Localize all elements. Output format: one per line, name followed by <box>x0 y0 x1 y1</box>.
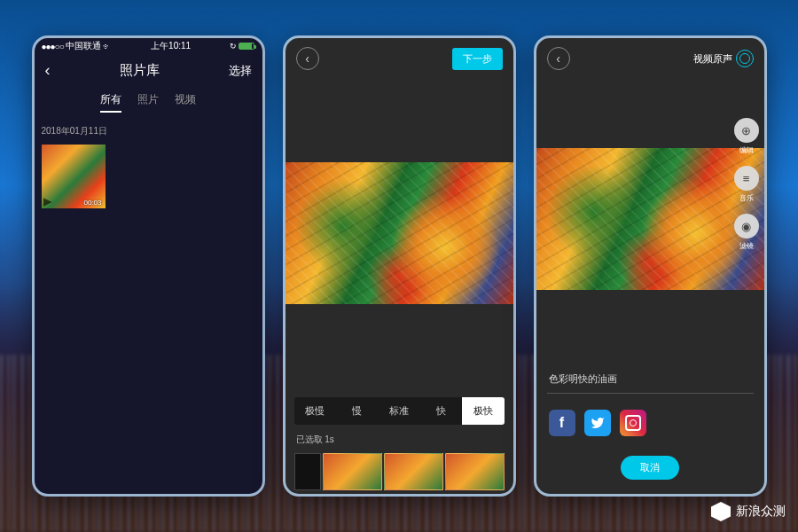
library-tabs: 所有 照片 视频 <box>35 87 262 121</box>
speed-fast[interactable]: 快 <box>420 397 462 425</box>
publish-header: ‹ 视频原声 <box>536 38 764 79</box>
video-preview[interactable] <box>536 148 764 290</box>
editor-header: ‹ 下一步 <box>286 38 513 79</box>
back-button[interactable]: ‹ <box>547 47 570 70</box>
nav-bar: ‹ 照片库 选择 <box>35 54 262 87</box>
next-button[interactable]: 下一步 <box>452 48 503 70</box>
side-toolbar: ⊕ 编辑 ≡ 音乐 ◉ 滤镜 <box>734 118 759 251</box>
speed-selector: 极慢 慢 标准 快 极快 <box>294 397 505 425</box>
timeline-segment[interactable] <box>323 453 382 490</box>
bluetooth-icon: ↻ <box>230 42 237 51</box>
tool-edit[interactable]: ⊕ 编辑 <box>734 118 759 155</box>
watermark-text: 新浪众测 <box>736 504 786 520</box>
caption-input[interactable]: 色彩明快的油画 <box>547 365 754 394</box>
share-instagram[interactable] <box>620 410 646 436</box>
timeline-segment[interactable] <box>445 453 505 490</box>
phone-screen-editor: ‹ 下一步 极慢 慢 标准 快 极快 已选取 1s <box>283 35 516 497</box>
carrier-label: 中国联通 <box>66 40 101 52</box>
music-icon: ≡ <box>734 166 759 191</box>
speed-very-fast[interactable]: 极快 <box>462 397 504 425</box>
tab-photo[interactable]: 照片 <box>137 92 159 113</box>
watermark-cube-icon <box>711 502 731 521</box>
share-buttons: f <box>536 401 764 445</box>
battery-icon <box>239 43 254 50</box>
share-facebook[interactable]: f <box>549 410 575 436</box>
preview-area <box>286 79 513 387</box>
cancel-button[interactable]: 取消 <box>621 456 679 480</box>
wifi-icon: ᯤ <box>103 42 112 51</box>
signal-dots: ●●●○○ <box>42 42 64 51</box>
tool-label: 编辑 <box>739 145 754 155</box>
tool-label: 音乐 <box>739 193 754 203</box>
share-twitter[interactable] <box>584 410 611 436</box>
tool-label: 滤镜 <box>739 241 754 251</box>
selection-duration: 已选取 1s <box>286 430 513 450</box>
tool-filter[interactable]: ◉ 滤镜 <box>734 214 759 251</box>
tab-video[interactable]: 视频 <box>175 92 196 113</box>
video-thumbnail[interactable]: 00:03 <box>42 145 106 208</box>
speed-slow[interactable]: 慢 <box>336 397 378 425</box>
tool-music[interactable]: ≡ 音乐 <box>734 166 759 203</box>
nav-title: 照片库 <box>120 62 160 79</box>
back-button[interactable]: ‹ <box>45 61 51 80</box>
timeline-segment[interactable] <box>384 453 443 490</box>
speed-normal[interactable]: 标准 <box>378 397 419 425</box>
status-time: 上午10:11 <box>151 40 191 52</box>
phone-screen-publish: ‹ 视频原声 ⊕ 编辑 ≡ 音乐 ◉ 滤镜 色彩明快的油画 f <box>534 35 767 497</box>
audio-label-text: 视频原声 <box>693 52 732 66</box>
preview-area <box>536 79 764 358</box>
filter-icon: ◉ <box>734 214 759 239</box>
watermark: 新浪众测 <box>711 502 786 521</box>
thumb-duration: 00:03 <box>83 199 101 207</box>
timeline[interactable] <box>286 450 513 494</box>
tab-all[interactable]: 所有 <box>100 92 121 113</box>
back-button[interactable]: ‹ <box>296 47 319 70</box>
disc-icon <box>736 50 754 67</box>
phone-screen-library: ●●●○○ 中国联通 ᯤ 上午10:11 ↻ ‹ 照片库 选择 所有 照片 视频… <box>32 35 265 497</box>
edit-icon: ⊕ <box>734 118 759 143</box>
audio-source[interactable]: 视频原声 <box>693 50 754 67</box>
select-button[interactable]: 选择 <box>229 63 252 79</box>
speed-very-slow[interactable]: 极慢 <box>294 397 336 425</box>
timeline-segment[interactable] <box>294 453 321 490</box>
video-preview[interactable] <box>286 162 513 304</box>
date-header: 2018年01月11日 <box>35 121 262 141</box>
status-bar: ●●●○○ 中国联通 ᯤ 上午10:11 ↻ <box>35 38 262 54</box>
